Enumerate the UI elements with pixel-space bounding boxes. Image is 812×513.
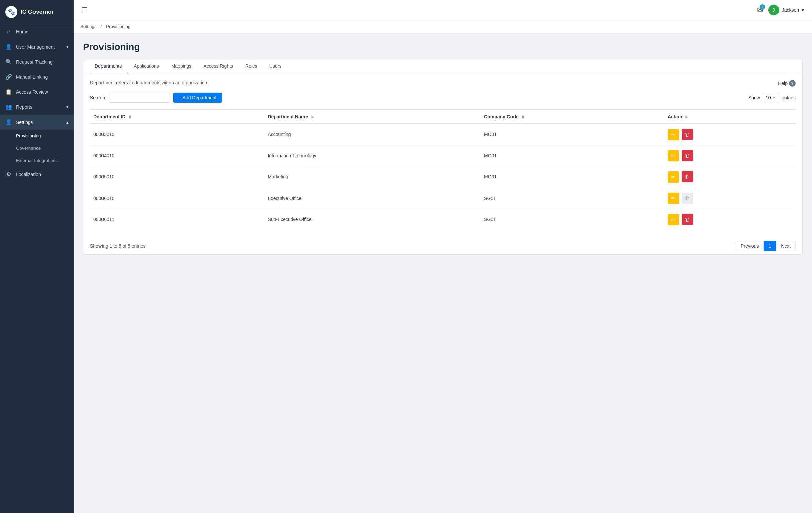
next-button[interactable]: Next <box>776 241 795 251</box>
sidebar-item-reports-label: Reports <box>16 104 32 110</box>
delete-button[interactable]: 🗑 <box>682 171 693 182</box>
sort-icon-dept-id[interactable]: ⇅ <box>128 115 131 119</box>
sidebar-item-manual-linking[interactable]: 🔗 Manual Linking <box>0 69 74 84</box>
help-icon: ? <box>789 80 795 87</box>
cell-company-code: SG01 <box>481 209 664 231</box>
edit-button[interactable]: ✏ <box>668 192 679 204</box>
table-row: 00006010 Executive Office SG01 ✏ 🗑 <box>90 187 795 209</box>
edit-button[interactable]: ✏ <box>668 172 679 183</box>
delete-button[interactable]: 🗑 <box>682 128 693 140</box>
topbar: ☰ ✉ 1 J Jackson ▾ <box>74 0 812 20</box>
cell-company-code: MO01 <box>481 124 664 145</box>
cell-company-code: MO01 <box>481 145 664 167</box>
sidebar-item-settings-label: Settings <box>16 120 33 125</box>
cell-dept-id: 00006011 <box>90 209 264 231</box>
breadcrumb-separator: / <box>101 24 102 29</box>
breadcrumb-current: Provisioning <box>106 24 130 29</box>
help-label: Help <box>778 81 787 86</box>
hamburger-button[interactable]: ☰ <box>82 6 88 14</box>
sort-icon-dept-name[interactable]: ⇅ <box>311 115 314 119</box>
user-menu[interactable]: J Jackson ▾ <box>768 5 804 16</box>
search-group: Search: + Add Department <box>90 93 222 103</box>
show-group: Show 10 25 50 entries <box>748 93 795 102</box>
sidebar-item-home[interactable]: ⌂ Home <box>0 25 74 39</box>
sort-icon-action[interactable]: ⇅ <box>685 115 688 119</box>
col-company-code: Company Code ⇅ <box>481 110 664 124</box>
sidebar-subitem-external-integrations-label: External Integrations <box>16 158 58 163</box>
reports-chevron-icon: ▾ <box>66 105 68 110</box>
edit-button[interactable]: ✏ <box>668 129 679 140</box>
previous-button[interactable]: Previous <box>736 241 764 251</box>
logo-icon: 🐾 <box>5 6 18 18</box>
sort-icon-company[interactable]: ⇅ <box>521 115 524 119</box>
sidebar-item-access-review[interactable]: 📋 Access Review <box>0 84 74 99</box>
sidebar-nav: ⌂ Home 👤 User Management ▾ 🔍 Request Tra… <box>0 25 74 182</box>
breadcrumb-settings[interactable]: Settings <box>80 24 97 29</box>
sidebar-item-request-tracking[interactable]: 🔍 Request Tracking <box>0 54 74 69</box>
localization-icon: ⚙ <box>5 171 12 178</box>
departments-table: Department ID ⇅ Department Name ⇅ Compan… <box>90 110 795 231</box>
tab-departments[interactable]: Departments <box>89 59 127 73</box>
edit-button[interactable]: ✏ <box>668 214 679 225</box>
tab-users[interactable]: Users <box>263 59 288 73</box>
request-tracking-icon: 🔍 <box>5 59 12 65</box>
add-department-button[interactable]: + Add Department <box>173 93 222 103</box>
search-label: Search: <box>90 95 106 100</box>
sidebar-item-access-review-label: Access Review <box>16 89 48 95</box>
tab-applications[interactable]: Applications <box>127 59 165 73</box>
col-dept-id: Department ID ⇅ <box>90 110 264 124</box>
mail-button[interactable]: ✉ 1 <box>757 6 763 14</box>
search-input[interactable] <box>110 93 170 103</box>
sidebar-item-localization[interactable]: ⚙ Localization <box>0 167 74 182</box>
cell-action: ✏ 🗑 <box>664 124 795 145</box>
sidebar-subitem-provisioning-label: Provisioning <box>16 133 41 138</box>
help-link[interactable]: Help ? <box>778 80 795 87</box>
sidebar-subitem-provisioning[interactable]: Provisioning <box>0 129 74 142</box>
cell-dept-name: Marketing <box>264 167 481 188</box>
sidebar-item-settings[interactable]: 👤 Settings ▴ <box>0 115 74 129</box>
tab-access-rights[interactable]: Access Rights <box>197 59 239 73</box>
mail-badge: 1 <box>760 4 765 10</box>
edit-button[interactable]: ✏ <box>668 150 679 161</box>
table-row: 00004010 Information Technology MO01 ✏ 🗑 <box>90 145 795 167</box>
delete-button[interactable]: 🗑 <box>682 150 693 161</box>
table-row: 00003010 Accounting MO01 ✏ 🗑 <box>90 124 795 145</box>
show-select[interactable]: 10 25 50 <box>763 93 779 102</box>
entries-label: entries <box>782 95 795 100</box>
delete-button[interactable]: 🗑 <box>682 214 693 225</box>
sidebar-item-manual-linking-label: Manual Linking <box>16 74 48 80</box>
cell-dept-id: 00006010 <box>90 187 264 209</box>
pagination-info: Showing 1 to 5 of 5 entries <box>90 243 146 249</box>
card-description: Department refers to departments within … <box>90 80 208 85</box>
page-1-button[interactable]: 1 <box>764 241 776 251</box>
reports-icon: 👥 <box>5 104 12 110</box>
logo-text: IC Governor <box>21 9 54 16</box>
tab-mappings[interactable]: Mappings <box>165 59 198 73</box>
sidebar-item-request-tracking-label: Request Tracking <box>16 59 53 65</box>
col-dept-name: Department Name ⇅ <box>264 110 481 124</box>
sidebar-item-home-label: Home <box>16 29 28 34</box>
pagination-row: Showing 1 to 5 of 5 entries Previous 1 N… <box>83 236 802 254</box>
page-content: Settings / Provisioning Provisioning Dep… <box>74 20 812 513</box>
main-card: Departments Applications Mappings Access… <box>83 59 803 255</box>
sidebar-item-reports[interactable]: 👥 Reports ▾ <box>0 99 74 115</box>
show-label: Show <box>748 95 760 100</box>
settings-chevron-icon: ▴ <box>66 120 68 125</box>
toolbar-row: Search: + Add Department Show 10 25 50 e… <box>90 93 795 103</box>
avatar: J <box>768 5 779 16</box>
sidebar-item-user-management-label: User Management <box>16 44 55 50</box>
tab-roles[interactable]: Roles <box>239 59 263 73</box>
manual-linking-icon: 🔗 <box>5 74 12 80</box>
cell-action: ✏ 🗑 <box>664 145 795 167</box>
table-row: 00005010 Marketing MO01 ✏ 🗑 <box>90 167 795 188</box>
main-area: ☰ ✉ 1 J Jackson ▾ Settings / Provisionin… <box>74 0 812 513</box>
delete-button: 🗑 <box>682 192 693 204</box>
sidebar-item-user-management[interactable]: 👤 User Management ▾ <box>0 39 74 54</box>
sidebar-logo: 🐾 IC Governor <box>0 0 74 25</box>
access-review-icon: 📋 <box>5 89 12 95</box>
cell-dept-id: 00004010 <box>90 145 264 167</box>
sidebar-subitem-governance[interactable]: Governance <box>0 142 74 154</box>
cell-action: ✏ 🗑 <box>664 209 795 231</box>
sidebar-subitem-external-integrations[interactable]: External Integrations <box>0 154 74 167</box>
pagination-controls: Previous 1 Next <box>736 241 795 251</box>
